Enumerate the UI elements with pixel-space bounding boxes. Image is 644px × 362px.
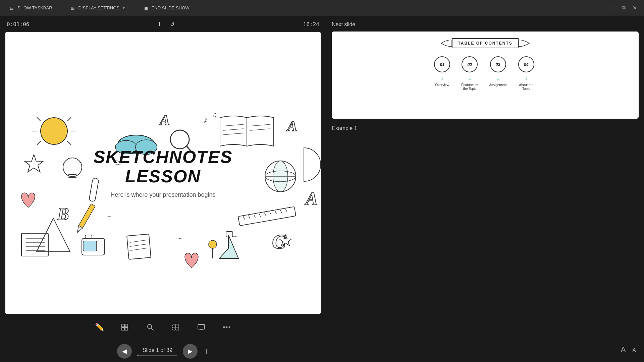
slide-progress-fill bbox=[137, 355, 139, 356]
preview-item-4: 04 ↓ About the Topic bbox=[516, 56, 536, 90]
svg-line-14 bbox=[223, 124, 244, 126]
more-options-button[interactable] bbox=[219, 320, 234, 335]
svg-text:♫: ♫ bbox=[212, 110, 217, 119]
svg-point-78 bbox=[229, 326, 230, 328]
svg-line-16 bbox=[223, 133, 244, 135]
pointer-tool-button[interactable] bbox=[168, 320, 183, 335]
banner-left-wing bbox=[440, 39, 452, 48]
next-slide-preview: TABLE OF CONTENTS 01 ↓ Overview bbox=[332, 32, 639, 119]
svg-marker-37 bbox=[37, 218, 70, 252]
slide-indicator: Slide 1 of 39 bbox=[141, 347, 174, 353]
svg-rect-64 bbox=[122, 324, 124, 327]
svg-rect-55 bbox=[83, 241, 97, 251]
slide-playback-controls: ⏸ ↺ bbox=[156, 20, 176, 28]
svg-rect-67 bbox=[125, 327, 128, 330]
svg-line-15 bbox=[223, 129, 244, 130]
cursor-position: ▌ bbox=[206, 349, 209, 354]
svg-line-25 bbox=[259, 213, 261, 217]
slide-background: B C A A A ♪ ♫ bbox=[5, 32, 321, 314]
restore-button[interactable]: ⧉ bbox=[620, 4, 628, 12]
slide-navigation: ◀ Slide 1 of 39 ▶ ▌ bbox=[0, 341, 326, 362]
svg-rect-66 bbox=[122, 327, 124, 330]
end-slideshow-button[interactable]: ▣ END SLIDE SHOW bbox=[140, 3, 193, 13]
preview-circle-04: 04 bbox=[518, 56, 534, 72]
prev-slide-button[interactable]: ◀ bbox=[117, 344, 132, 359]
svg-point-68 bbox=[148, 324, 152, 328]
svg-line-24 bbox=[254, 214, 255, 218]
svg-line-29 bbox=[280, 209, 282, 213]
svg-line-27 bbox=[270, 212, 271, 215]
svg-text:♪: ♪ bbox=[203, 114, 208, 125]
slide-subtitle: Here is where your presentation begins bbox=[94, 191, 233, 198]
slide-clock: 16:24 bbox=[303, 21, 319, 27]
svg-line-30 bbox=[285, 209, 287, 212]
slide-progress-bar bbox=[137, 355, 177, 356]
right-panel: Next slide TABLE OF CONTENTS bbox=[326, 16, 644, 362]
svg-line-57 bbox=[130, 240, 148, 243]
svg-rect-48 bbox=[21, 233, 48, 256]
svg-point-31 bbox=[265, 161, 296, 192]
svg-text:A: A bbox=[159, 112, 170, 128]
svg-rect-43 bbox=[78, 204, 95, 229]
svg-line-2 bbox=[67, 117, 71, 121]
minimize-button[interactable]: ─ bbox=[609, 4, 617, 12]
show-taskbar-button[interactable]: ⊟ SHOW TASKBAR bbox=[5, 3, 56, 13]
svg-rect-53 bbox=[82, 238, 105, 255]
show-taskbar-label: SHOW TASKBAR bbox=[17, 5, 52, 10]
banner-right-wing bbox=[519, 39, 531, 48]
grid-tool-button[interactable] bbox=[117, 320, 132, 335]
slide-bottom-toolbar: ✏️ bbox=[0, 314, 326, 341]
preview-circle-01: 01 bbox=[434, 56, 450, 72]
next-slide-button[interactable]: ▶ bbox=[183, 344, 198, 359]
svg-rect-62 bbox=[226, 232, 233, 237]
svg-rect-54 bbox=[85, 235, 92, 239]
end-slideshow-label: END SLIDE SHOW bbox=[152, 5, 190, 10]
preview-arrow-4: ↓ bbox=[525, 74, 528, 81]
next-slide-label: Next slide bbox=[332, 21, 639, 27]
pause-button[interactable]: ⏸ bbox=[156, 20, 164, 28]
screen-tool-button[interactable] bbox=[194, 320, 209, 335]
reset-button[interactable]: ↺ bbox=[168, 20, 176, 28]
preview-arrow-2: ↓ bbox=[468, 74, 471, 81]
search-tool-button[interactable] bbox=[143, 320, 158, 335]
svg-line-26 bbox=[264, 213, 266, 216]
svg-rect-21 bbox=[238, 206, 296, 226]
preview-label-3: Assignment bbox=[489, 83, 506, 87]
pen-tool-button[interactable]: ✏️ bbox=[92, 320, 107, 335]
close-button[interactable]: ✕ bbox=[631, 4, 639, 12]
preview-item-3: 03 ↓ Assignment bbox=[489, 56, 506, 87]
svg-line-4 bbox=[67, 141, 71, 145]
svg-line-59 bbox=[130, 248, 148, 251]
svg-line-28 bbox=[275, 210, 277, 214]
main-content: 0:01:06 ⏸ ↺ 16:24 bbox=[0, 16, 644, 362]
slide-header: 0:01:06 ⏸ ↺ 16:24 bbox=[0, 16, 326, 32]
svg-point-35 bbox=[273, 161, 288, 192]
slide-title-line1: SKETCHNOTES bbox=[94, 147, 233, 167]
preview-label-1: Overview bbox=[435, 83, 449, 87]
svg-text:C: C bbox=[272, 230, 286, 253]
dropdown-arrow-icon: ▼ bbox=[122, 6, 125, 10]
svg-line-17 bbox=[250, 124, 270, 126]
display-settings-icon: ⊞ bbox=[70, 5, 76, 11]
text-size-increase-button[interactable]: A bbox=[621, 345, 626, 354]
slide-title: SKETCHNOTES LESSON bbox=[94, 147, 233, 186]
slide-center-content: SKETCHNOTES LESSON Here is where your pr… bbox=[94, 147, 233, 198]
preview-banner-text: TABLE OF CONTENTS bbox=[452, 38, 518, 48]
svg-text:A: A bbox=[305, 188, 318, 209]
svg-point-34 bbox=[265, 171, 296, 182]
preview-arrow-3: ↓ bbox=[496, 74, 500, 81]
display-settings-button[interactable]: ⊞ DISPLAY SETTINGS ▼ bbox=[66, 3, 129, 13]
svg-line-69 bbox=[151, 328, 153, 330]
svg-point-60 bbox=[209, 240, 217, 248]
preview-inner: TABLE OF CONTENTS 01 ↓ Overview bbox=[332, 32, 639, 119]
svg-line-7 bbox=[37, 141, 41, 145]
top-toolbar: ⊟ SHOW TASKBAR ⊞ DISPLAY SETTINGS ▼ ▣ EN… bbox=[0, 0, 644, 16]
end-slideshow-icon: ▣ bbox=[143, 5, 149, 11]
svg-line-22 bbox=[243, 216, 245, 220]
slide-timer: 0:01:06 bbox=[7, 21, 29, 27]
text-size-decrease-button[interactable]: A bbox=[632, 347, 636, 353]
svg-marker-44 bbox=[75, 226, 83, 234]
svg-point-77 bbox=[226, 326, 228, 328]
preview-item-1: 01 ↓ Overview bbox=[434, 56, 450, 87]
display-settings-label: DISPLAY SETTINGS bbox=[78, 5, 119, 10]
